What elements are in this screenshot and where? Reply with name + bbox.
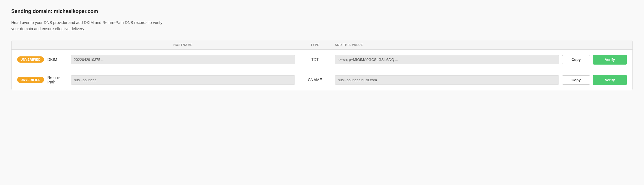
dns-table: HOSTNAME TYPE ADD THIS VALUE UNVERIFIED … (11, 40, 633, 90)
hostname-input-returnpath: nusii-bounces (71, 75, 295, 85)
header-copy-spacer (562, 43, 590, 47)
hostname-cell-returnpath: nusii-bounces (71, 75, 295, 85)
hostname-input-dkim: 2022042910375 ... (71, 55, 295, 64)
row-left-returnpath: UNVERIFIED Return-Path (17, 75, 68, 84)
hostname-cell-dkim: 2022042910375 ... (71, 55, 295, 64)
table-row: UNVERIFIED DKIM 2022042910375 ... TXT k=… (12, 50, 632, 70)
table-header: HOSTNAME TYPE ADD THIS VALUE (12, 40, 632, 50)
header-verify-spacer (593, 43, 627, 47)
verify-button-dkim[interactable]: Verify (593, 55, 627, 65)
status-badge-dkim: UNVERIFIED (17, 56, 44, 63)
copy-value-button-dkim[interactable]: Copy (562, 55, 590, 64)
header-type: TYPE (298, 43, 332, 47)
status-badge-returnpath: UNVERIFIED (17, 77, 44, 83)
table-row: UNVERIFIED Return-Path nusii-bounces CNA… (12, 70, 632, 90)
record-name-dkim: DKIM (47, 57, 57, 62)
record-name-returnpath: Return-Path (47, 75, 68, 84)
page-title: Sending domain: michaelkoper.com (11, 8, 633, 14)
value-cell-returnpath: nusii-bounces.nusii.com (335, 75, 559, 85)
type-returnpath: CNAME (298, 78, 332, 82)
copy-value-button-returnpath[interactable]: Copy (562, 75, 590, 85)
header-spacer (17, 43, 68, 47)
value-input-returnpath: nusii-bounces.nusii.com (335, 75, 559, 85)
value-cell-dkim: k=rsa; p=MIGfMA0GCSqGSlb3DQ ... (335, 55, 559, 64)
page-description: Head over to your DNS provider and add D… (11, 19, 163, 32)
header-value: ADD THIS VALUE (335, 43, 559, 47)
type-dkim: TXT (298, 57, 332, 62)
row-left-dkim: UNVERIFIED DKIM (17, 56, 68, 63)
header-hostname: HOSTNAME (71, 43, 295, 47)
verify-button-returnpath[interactable]: Verify (593, 75, 627, 85)
value-input-dkim: k=rsa; p=MIGfMA0GCSqGSlb3DQ ... (335, 55, 559, 64)
